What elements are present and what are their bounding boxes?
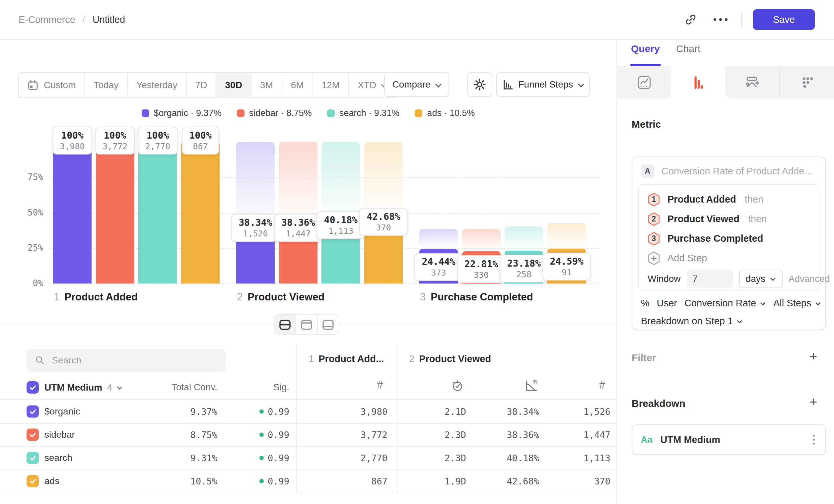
funnel-bar-search-step1[interactable]: [138, 142, 177, 283]
select-all-checkbox[interactable]: [26, 381, 39, 394]
step1-count-value: 867: [371, 476, 388, 486]
search-input[interactable]: [51, 355, 218, 366]
range-6m[interactable]: 6M: [282, 73, 312, 97]
legend-label: ads · 10.5%: [427, 108, 475, 118]
breakdown-on-step-dropdown[interactable]: Breakdown on Step 1: [641, 316, 743, 327]
window-unit-label: days: [746, 274, 765, 284]
funnel-steps-list: 1Product Addedthen2Product Viewedthen3Pu…: [648, 190, 819, 248]
value-badge: 24.59%91: [543, 253, 591, 280]
legend-label: $organic · 9.37%: [154, 108, 222, 118]
metric-title-row[interactable]: A Conversion Rate of Product Adde...: [641, 164, 812, 178]
step-number: 1: [309, 353, 314, 364]
range-yesterday[interactable]: Yesterday: [127, 73, 186, 97]
chart-legend: $organic · 9.37%sidebar · 8.75%search · …: [0, 108, 616, 118]
compare-button[interactable]: Compare: [384, 72, 449, 97]
chevron-down-icon: [117, 385, 123, 390]
range-today[interactable]: Today: [84, 73, 127, 97]
then-label: then: [745, 194, 763, 205]
table-only-icon: [322, 319, 334, 330]
row-checkbox-checked[interactable]: [26, 406, 39, 418]
tab-query[interactable]: Query: [631, 43, 660, 54]
ghost-bar-ads-step3: [547, 223, 586, 249]
badge-count: 2,770: [145, 142, 170, 151]
step1-count-value: 3,772: [360, 430, 388, 440]
save-button[interactable]: Save: [753, 9, 815, 30]
more-options-icon[interactable]: [711, 10, 730, 29]
date-range-group: CustomTodayYesterday7D30D3M6M12MXTD: [18, 72, 396, 98]
metric-step-1[interactable]: 1Product Addedthen: [648, 190, 819, 209]
view-toggle-group: [274, 314, 339, 335]
report-title[interactable]: Untitled: [92, 14, 125, 25]
range-12m[interactable]: 12M: [312, 73, 348, 97]
chart-settings-button[interactable]: [467, 72, 492, 97]
add-breakdown-button[interactable]: +: [809, 395, 817, 409]
share-link-icon[interactable]: [681, 10, 700, 29]
badge-count: 373: [422, 268, 455, 277]
range-custom[interactable]: Custom: [19, 73, 84, 97]
row-checkbox-checked[interactable]: [26, 429, 39, 441]
step2-count-value: 1,526: [584, 407, 610, 417]
chart-type-dropdown[interactable]: Funnel Steps: [496, 72, 590, 97]
funnel-bar-ads-step1[interactable]: [181, 142, 220, 283]
step-label-3: 3Purchase Completed: [420, 291, 533, 303]
panel-divider: [616, 39, 617, 504]
measure-scope-dropdown[interactable]: All Steps: [773, 298, 821, 309]
tab-retention-chart[interactable]: [779, 66, 834, 98]
chart-type-tabs: [617, 66, 834, 98]
legend-item-sidebar[interactable]: sidebar · 8.75%: [237, 108, 312, 118]
top-header: E-Commerce / Untitled Save: [0, 0, 834, 40]
advanced-dropdown[interactable]: Advanced: [789, 274, 834, 284]
group-by-dropdown[interactable]: UTM Medium 4: [44, 381, 123, 394]
row-checkbox-checked[interactable]: [26, 475, 39, 487]
legend-item-ads[interactable]: ads · 10.5%: [415, 108, 475, 118]
svg-text:%: %: [533, 379, 537, 385]
row-checkbox-checked[interactable]: [26, 452, 39, 464]
measure-type-dropdown[interactable]: Conversion Rate: [684, 298, 766, 309]
metric-step-2[interactable]: 2Product Viewedthen: [648, 209, 819, 229]
conv-rate-value: 38.36%: [507, 430, 539, 440]
step-label: Product Add...: [319, 353, 384, 364]
range-30d[interactable]: 30D: [216, 73, 250, 97]
header-divider: [741, 12, 742, 27]
checkbox-checked[interactable]: [26, 381, 39, 394]
add-filter-button[interactable]: +: [809, 349, 817, 363]
window-value-input[interactable]: [687, 270, 733, 288]
legend-item-organic[interactable]: $organic · 9.37%: [142, 108, 222, 118]
breadcrumb-project[interactable]: E-Commerce: [19, 14, 75, 25]
funnel-bar-organic-step1[interactable]: [53, 142, 92, 283]
value-badge: 22.81%330: [457, 255, 505, 283]
funnel-bar-sidebar-step1[interactable]: [96, 142, 134, 283]
metric-step-3[interactable]: 3Purchase Completed: [648, 229, 819, 248]
measure-user[interactable]: User: [657, 298, 677, 309]
tab-chart[interactable]: Chart: [676, 43, 700, 54]
value-badge: 100%2,770: [138, 127, 177, 155]
breakdown-options-icon[interactable]: [811, 433, 817, 446]
legend-item-search[interactable]: search · 9.31%: [327, 108, 400, 118]
breakdown-item[interactable]: Aa UTM Medium: [632, 425, 826, 455]
step2-count-value: 370: [594, 476, 610, 486]
avg-time-value: 2.3D: [444, 430, 466, 440]
step2-count-value: 1,113: [584, 453, 610, 463]
tab-insights-chart[interactable]: [617, 66, 671, 98]
window-unit-dropdown[interactable]: days: [739, 270, 783, 288]
view-toggle-split-view[interactable]: [275, 315, 295, 334]
badge-percent: 100%: [189, 130, 211, 141]
row-name: $organic: [44, 406, 80, 417]
step2-count-value: 1,447: [584, 430, 610, 440]
badge-count: 867: [189, 142, 211, 151]
range-3m[interactable]: 3M: [251, 73, 282, 97]
view-toggle-chart-only[interactable]: [295, 315, 317, 334]
add-step-button[interactable]: Add Step: [648, 248, 819, 268]
tab-flows-chart[interactable]: [725, 66, 779, 98]
view-toggle-table-only[interactable]: [317, 315, 339, 334]
value-badge: 100%3,772: [95, 127, 135, 155]
tab-funnel-chart-active[interactable]: [671, 66, 725, 98]
range-7d[interactable]: 7D: [186, 73, 216, 97]
measure-scope-label: All Steps: [773, 298, 811, 309]
legend-swatch: [142, 109, 149, 117]
dots-grid-icon: [799, 75, 815, 91]
avg-time-value: 2.1D: [444, 407, 466, 417]
total-conv-value: 9.31%: [191, 453, 217, 463]
sig-column-header: Sig.: [246, 382, 289, 393]
total-conv-value: 10.5%: [191, 476, 217, 486]
